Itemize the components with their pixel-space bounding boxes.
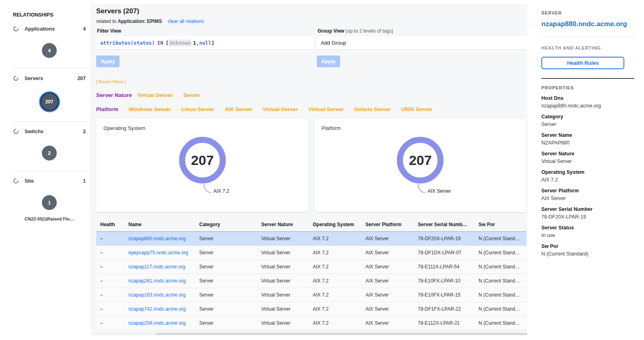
health-cell: –: [96, 302, 124, 316]
swpor-cell: N (Current Standard): [475, 274, 526, 288]
os-cell: AIX 7.2: [309, 246, 361, 260]
sidebar-item-applications[interactable]: Applications 4: [13, 26, 86, 32]
table-row[interactable]: – nzapap742.nndc.acme.org Server Virtual…: [96, 302, 526, 316]
server-link[interactable]: nzapap258.nndc.acme.org: [128, 320, 186, 326]
table-row[interactable]: – nzapap163.nndc.acme.org Server Virtual…: [96, 288, 526, 302]
applications-badge[interactable]: 4: [42, 43, 57, 58]
property-server-name: Server Name NZAPAP880: [541, 132, 634, 146]
health-rules-button[interactable]: Health Rules: [541, 57, 624, 69]
group-view-hint: (up to 2 levels of tags): [346, 28, 393, 34]
name-cell: nzapap117.nndc.acme.org: [124, 260, 195, 274]
platform-donut[interactable]: 207: [397, 137, 444, 183]
property-label: Server Nature: [541, 151, 634, 157]
divider-dark: [541, 78, 634, 79]
sidebar-section-applications: Applications 4 4: [13, 19, 88, 68]
property-value: N (Current Standard): [541, 251, 634, 257]
property-server-nature: Server Nature Virtual Server: [541, 151, 634, 164]
tag-unix-server[interactable]: UNIX Server: [401, 106, 433, 112]
os-cell: AIX 7.2: [309, 274, 361, 288]
server-link[interactable]: nzapap163.nndc.acme.org: [128, 292, 186, 298]
sidebar-item-count: 1: [83, 178, 86, 184]
property-server-serial-number: Server Serial Number 78-DF20X-LPAR-19: [541, 206, 634, 220]
column-header-server-nature[interactable]: Server Nature: [257, 218, 309, 232]
operating-system-card: Operating System 207 AIX 7.2: [96, 119, 309, 212]
sync-icon: [13, 128, 19, 134]
group-apply-button[interactable]: Apply: [317, 56, 340, 67]
nature-cell: Virtual Server: [257, 274, 309, 288]
servers-badge-selected[interactable]: 207: [40, 93, 59, 111]
server-details-panel: SERVER nzapap880.nndc.acme.org HEALTH AN…: [527, 0, 644, 340]
platform-cell: AIX Server: [361, 260, 414, 274]
tag-solaris-server[interactable]: Solaris Server: [354, 106, 391, 112]
nature-cell: Virtual Server: [257, 260, 309, 274]
group-view-label-text: Group View: [318, 28, 344, 34]
horizontal-scrollbar: [91, 333, 527, 335]
property-label: Server Status: [541, 225, 634, 231]
reset-filters-link[interactable]: [ Reset Filters ]: [96, 79, 126, 84]
tag-virtual-server-1[interactable]: Virtual Server: [263, 106, 298, 112]
add-group-input[interactable]: Add Group: [317, 36, 527, 50]
os-cell: AIX 7.2: [309, 260, 361, 274]
relationships-sidebar: RELATIONSHIPS Applications 4 4 Servers 2…: [0, 0, 91, 328]
property-label: Operating System: [541, 169, 634, 175]
tag-category-server-nature: Server Nature: [96, 92, 132, 98]
sync-icon: [13, 178, 19, 184]
sidebar-section-switchs: Switchs 2 2: [13, 122, 88, 171]
table-row[interactable]: – nzapap117.nndc.acme.org Server Virtual…: [96, 260, 526, 274]
sidebar-item-switchs[interactable]: Switchs 2: [13, 128, 86, 134]
table-row[interactable]: – nzapap880.nndc.acme.org Server Virtual…: [96, 232, 526, 246]
sidebar-item-servers[interactable]: Servers 207: [13, 75, 86, 81]
column-header-server-platform[interactable]: Server Platform: [361, 218, 414, 232]
server-link[interactable]: nzapap742.nndc.acme.org: [128, 306, 186, 312]
related-prefix: related to: [96, 19, 118, 24]
table-row[interactable]: – epepsapp75.nndc.acme.org Server Virtua…: [96, 246, 526, 260]
tag-linux-server[interactable]: Linux Server: [182, 106, 215, 112]
nature-cell: Virtual Server: [257, 316, 309, 330]
category-cell: Server: [195, 302, 257, 316]
server-link[interactable]: epepsapp75.nndc.acme.org: [128, 250, 188, 256]
clear-all-relations-link[interactable]: clear all relations: [167, 19, 204, 24]
filter-query-input[interactable]: attributes(status)IN[Unknown1,null]: [96, 36, 314, 50]
health-cell: –: [96, 232, 124, 246]
server-name-link[interactable]: nzapap880.nndc.acme.org: [541, 20, 634, 28]
sync-icon: [13, 75, 19, 81]
column-header-name[interactable]: Name: [124, 218, 195, 232]
swpor-cell: N (Current Standard): [475, 288, 526, 302]
property-value: AIX Server: [541, 196, 634, 201]
property-server-platform: Server Platform AIX Server: [541, 188, 634, 201]
category-cell: Server: [195, 288, 257, 302]
column-header-operating-system[interactable]: Operating System: [309, 218, 361, 232]
switchs-badge[interactable]: 2: [42, 146, 57, 161]
site-badge[interactable]: 1: [42, 195, 57, 210]
property-value: 78-DF20X-LPAR-19: [541, 214, 634, 220]
filter-apply-button[interactable]: Apply: [96, 56, 120, 67]
tag-server[interactable]: Server: [183, 92, 200, 98]
serial-cell: 78-E111X-LPAR-54: [414, 260, 475, 274]
property-value: In use: [541, 233, 634, 238]
tag-category-platform: Platform: [96, 106, 118, 112]
server-link[interactable]: nzapap117.nndc.acme.org: [128, 264, 185, 270]
column-header-sw-por[interactable]: Sw Por: [475, 218, 526, 232]
sidebar-item-count: 207: [77, 76, 86, 81]
tag-aix-server[interactable]: AIX Server: [225, 106, 252, 112]
column-header-category[interactable]: Category: [195, 218, 257, 232]
health-and-alerting-label: HEALTH AND ALERTING: [541, 45, 634, 50]
table-row[interactable]: – nzapap261.nndc.acme.org Server Virtual…: [96, 274, 526, 288]
main-panel: Servers (207) related to Application: EP…: [91, 4, 527, 335]
card-title: Operating System: [103, 125, 301, 131]
tag-windows-server[interactable]: Windows Server: [129, 106, 171, 112]
server-link[interactable]: nzapap880.nndc.acme.org: [128, 236, 186, 241]
column-header-health[interactable]: Health: [96, 218, 124, 232]
property-label: Server Platform: [541, 188, 634, 194]
horizontal-scrollbar-thumb[interactable]: [156, 333, 527, 335]
server-link[interactable]: nzapap261.nndc.acme.org: [128, 278, 186, 284]
operating-system-donut[interactable]: 207: [179, 137, 226, 183]
table-row[interactable]: – nzapap258.nndc.acme.org Server Virtual…: [96, 316, 526, 330]
tag-virtual-server[interactable]: Virtual Server: [138, 92, 173, 98]
sidebar-item-site[interactable]: Site 1: [13, 178, 86, 184]
column-header-server-serial-number[interactable]: Server Serial Numb…: [414, 218, 475, 232]
health-cell: –: [96, 246, 124, 260]
name-cell: nzapap742.nndc.acme.org: [124, 302, 195, 316]
tag-virtual-server-2[interactable]: Virtual Server: [308, 106, 344, 112]
health-cell: –: [96, 316, 124, 330]
